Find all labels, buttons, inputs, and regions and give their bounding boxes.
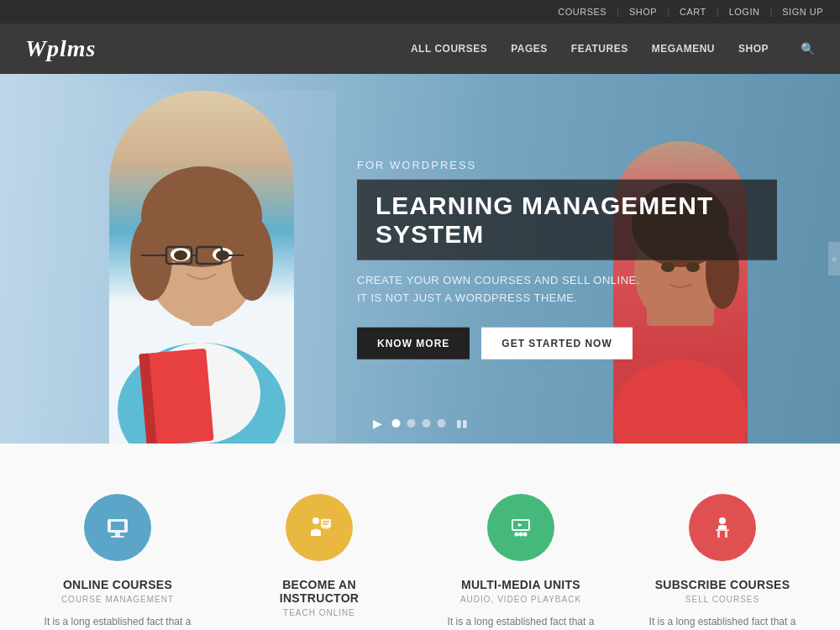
feature-desc-4: It is a long established fact that a rea… xyxy=(647,614,798,630)
svg-point-41 xyxy=(519,533,523,537)
feature-icon-subscribe xyxy=(689,494,756,561)
hero-photo-female xyxy=(67,91,336,444)
feature-instructor: BECOME AN INSTRUCTOR TEACH ONLINE It is … xyxy=(227,486,412,630)
feature-icon-instructor xyxy=(286,494,353,561)
topbar-login-link[interactable]: LOGIN xyxy=(729,7,760,17)
feature-multimedia: MULTI-MEDIA UNITS AUDIO, VIDEO PLAYBACK … xyxy=(428,486,613,630)
svg-point-31 xyxy=(116,522,120,527)
svg-point-42 xyxy=(523,533,528,537)
feature-subtitle-2: TEACH ONLINE xyxy=(244,608,395,617)
feature-title-1: ONLINE COURSES xyxy=(42,578,193,591)
svg-point-10 xyxy=(174,250,187,260)
topbar-shop-link[interactable]: SHOP xyxy=(629,7,657,17)
feature-icon-online-courses xyxy=(84,494,151,561)
know-more-button[interactable]: KNOW MORE xyxy=(357,327,470,359)
hero-subtitle: FOR WORDPRESS xyxy=(357,159,777,171)
separator-1: | xyxy=(617,7,619,17)
hero-title: LEARNING MANAGEMENT SYSTEM xyxy=(375,192,759,249)
nav-features[interactable]: FEATURES xyxy=(571,43,628,55)
hero-section: FOR WORDPRESS LEARNING MANAGEMENT SYSTEM… xyxy=(0,74,840,444)
main-nav: Wplms ALL COURSES PAGES FEATURES MEGAMEN… xyxy=(0,24,840,74)
slider-dots: ▶ ▮▮ xyxy=(373,417,468,430)
feature-online-courses: ONLINE COURSES COURSE MANAGEMENT It is a… xyxy=(25,486,210,630)
svg-point-32 xyxy=(312,517,319,524)
nav-pages[interactable]: PAGES xyxy=(511,43,548,55)
hero-description: CREATE YOUR OWN COURSES AND SELL ONLINE.… xyxy=(357,272,777,307)
site-logo[interactable]: Wplms xyxy=(25,35,411,62)
nav-shop[interactable]: SHOP xyxy=(738,43,769,55)
svg-point-43 xyxy=(719,517,726,524)
feature-title-3: MULTI-MEDIA UNITS xyxy=(445,578,596,591)
svg-rect-46 xyxy=(725,531,727,538)
desk-icon xyxy=(102,512,133,543)
svg-point-20 xyxy=(613,360,748,444)
svg-rect-33 xyxy=(321,519,331,528)
svg-point-40 xyxy=(515,533,519,537)
slider-pause-icon[interactable]: ▮▮ xyxy=(456,417,468,429)
hero-content: FOR WORDPRESS LEARNING MANAGEMENT SYSTEM… xyxy=(357,159,777,360)
feature-subtitle-1: COURSE MANAGEMENT xyxy=(42,595,193,604)
features-section: ONLINE COURSES COURSE MANAGEMENT It is a… xyxy=(0,444,840,630)
separator-2: | xyxy=(667,7,669,17)
separator-4: | xyxy=(769,7,772,17)
subscribe-icon xyxy=(707,512,738,543)
slider-dot-2[interactable] xyxy=(407,419,416,428)
search-icon[interactable]: 🔍 xyxy=(801,42,815,55)
top-bar: COURSES | SHOP | CART | LOGIN | SIGN UP xyxy=(0,0,840,24)
svg-point-7 xyxy=(231,217,273,301)
feature-desc-1: It is a long established fact that a rea… xyxy=(42,614,193,630)
feature-title-4: SUBSCRIBE COURSES xyxy=(647,578,798,591)
hero-title-box: LEARNING MANAGEMENT SYSTEM xyxy=(357,180,777,260)
feature-desc-3: It is a long established fact that a rea… xyxy=(445,614,596,630)
hero-buttons: KNOW MORE GET STARTED NOW xyxy=(357,327,777,359)
svg-rect-45 xyxy=(717,531,720,538)
feature-icon-multimedia xyxy=(487,494,554,561)
feature-subscribe: SUBSCRIBE COURSES SELL COURSES It is a l… xyxy=(630,486,815,630)
topbar-courses-link[interactable]: COURSES xyxy=(558,7,606,17)
feature-subtitle-3: AUDIO, VIDEO PLAYBACK xyxy=(445,595,596,604)
svg-rect-30 xyxy=(111,536,124,538)
feature-title-2: BECOME AN INSTRUCTOR xyxy=(244,578,395,605)
get-started-button[interactable]: GET STARTED NOW xyxy=(481,327,632,359)
separator-3: | xyxy=(717,7,719,17)
slider-dot-1[interactable] xyxy=(392,419,401,428)
nav-megamenu[interactable]: MEGAMENU xyxy=(652,43,715,55)
slider-prev-arrow[interactable]: ▶ xyxy=(373,417,382,430)
instructor-icon xyxy=(304,512,334,543)
nav-links: ALL COURSES PAGES FEATURES MEGAMENU SHOP… xyxy=(411,42,815,55)
slider-dot-4[interactable] xyxy=(438,419,446,428)
slider-nav-right[interactable]: ○ xyxy=(828,242,840,276)
media-icon xyxy=(506,512,536,543)
topbar-signup-link[interactable]: SIGN UP xyxy=(782,7,823,17)
topbar-cart-link[interactable]: CART xyxy=(680,7,706,17)
feature-subtitle-4: SELL COURSES xyxy=(647,595,798,604)
svg-rect-36 xyxy=(323,528,329,529)
nav-all-courses[interactable]: ALL COURSES xyxy=(411,43,487,55)
slider-dot-3[interactable] xyxy=(423,419,431,428)
